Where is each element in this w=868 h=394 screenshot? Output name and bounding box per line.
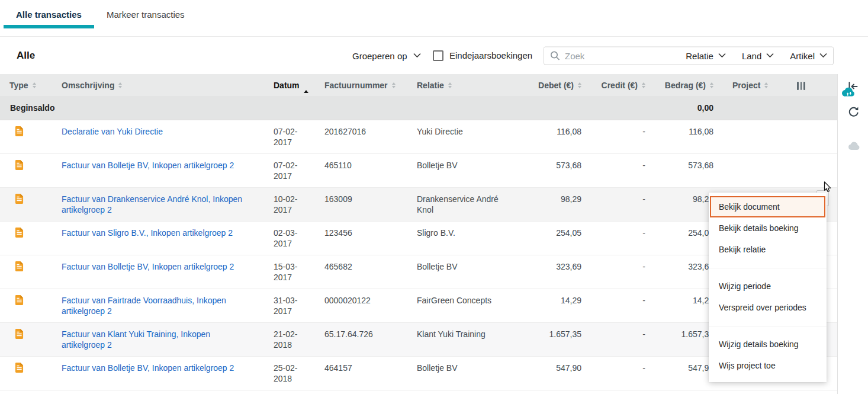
credit-cell: - xyxy=(591,188,655,222)
tab-label: Alle transacties xyxy=(16,9,82,20)
column-options-icon[interactable] xyxy=(797,82,805,90)
row-options-cell xyxy=(787,390,837,394)
filter-artikel-dropdown[interactable]: Artikel xyxy=(790,50,827,60)
column-header-datum[interactable]: Datum xyxy=(264,74,315,96)
debet-cell: 323,69 xyxy=(521,255,591,289)
document-icon[interactable] xyxy=(15,193,24,204)
type-cell xyxy=(0,255,52,289)
credit-cell: - xyxy=(591,120,655,154)
tab-markeer-transacties[interactable]: Markeer transacties xyxy=(94,0,197,28)
filter-bar: Alle Groeperen op Eindejaarsboekingen Re… xyxy=(0,37,868,74)
column-label: Project xyxy=(732,81,760,90)
menu-item-wijzig-details-boeking[interactable]: Wijzig details boeking xyxy=(709,334,827,355)
cloud-sync-button[interactable] xyxy=(846,141,860,153)
chevron-down-icon xyxy=(413,53,421,58)
type-cell xyxy=(0,289,52,323)
transaction-description-link[interactable]: Factuur van Bolletje BV, Inkopen artikel… xyxy=(62,262,234,271)
row-options-cell xyxy=(787,120,837,154)
menu-item-bekijk-relatie[interactable]: Bekijk relatie xyxy=(709,239,827,260)
year-end-checkbox[interactable] xyxy=(433,50,443,61)
transaction-description-link[interactable]: Declaratie van Yuki Directie xyxy=(62,127,163,136)
tab-bar: Alle transacties Markeer transacties xyxy=(0,0,868,28)
relation-cell: Drankenservice André Knol xyxy=(407,188,521,222)
document-icon[interactable] xyxy=(15,328,24,339)
chevron-down-icon xyxy=(718,53,726,58)
year-end-bookings-toggle[interactable]: Eindejaarsboekingen xyxy=(433,50,532,61)
invoice-number-cell: 123456 xyxy=(315,222,407,255)
transaction-row: Declaratie van Yuki Directie07-02-201720… xyxy=(0,120,837,154)
column-header-credit[interactable]: Credit (€) xyxy=(591,74,655,96)
description-cell: Factuur van Bolletje BV, Inkopen artikel… xyxy=(52,255,264,289)
beginsaldo-amount: 0,00 xyxy=(655,96,723,120)
column-label: Credit (€) xyxy=(602,81,638,90)
invoice-number-cell: 163009 xyxy=(315,188,407,222)
sort-icon xyxy=(642,82,645,88)
credit-cell: - xyxy=(591,323,655,357)
invoice-number-cell: 465110 xyxy=(315,154,407,188)
column-header-bedrag[interactable]: Bedrag (€) xyxy=(655,74,723,96)
relation-cell: Bolletje BV xyxy=(407,154,521,188)
column-label: Datum xyxy=(274,81,300,90)
column-header-debet[interactable]: Debet (€) xyxy=(521,74,591,96)
redo-button[interactable] xyxy=(847,105,859,118)
column-header-relatie[interactable]: Relatie xyxy=(407,74,521,96)
transaction-description-link[interactable]: Factuur van Bolletje BV, Inkopen artikel… xyxy=(62,161,234,170)
document-icon[interactable] xyxy=(15,159,24,171)
relation-cell: Bolletje BV xyxy=(407,390,521,394)
column-header-project[interactable]: Project xyxy=(723,74,787,96)
transaction-description-link[interactable]: Factuur van Bolletje BV, Inkopen artikel… xyxy=(62,363,234,373)
debet-cell: 116,08 xyxy=(521,120,591,154)
group-by-dropdown[interactable]: Groeperen op xyxy=(352,50,421,60)
menu-item-bekijk-document[interactable]: Bekijk document xyxy=(710,196,825,217)
column-label: Type xyxy=(9,81,28,90)
description-cell: Factuur van Drankenservice André Knol, I… xyxy=(52,188,264,222)
right-toolbar-rail xyxy=(837,74,868,394)
search-input[interactable] xyxy=(565,50,670,60)
menu-group: Wijzig periodeVerspreid over periodes xyxy=(709,268,827,321)
transaction-description-link[interactable]: Factuur van Fairtrade Voorraadhuis, Inko… xyxy=(62,296,226,316)
description-cell: Factuur van Sligro B.V., Inkopen artikel… xyxy=(52,222,264,255)
document-icon[interactable] xyxy=(15,126,24,137)
date-cell: 02-03-2017 xyxy=(264,222,315,255)
tab-alle-transacties[interactable]: Alle transacties xyxy=(4,0,94,28)
tab-label: Markeer transacties xyxy=(107,9,185,20)
column-header-options[interactable] xyxy=(787,74,837,96)
project-cell xyxy=(723,120,787,154)
menu-item-wijzig-periode[interactable]: Wijzig periode xyxy=(709,276,827,297)
type-cell xyxy=(0,120,52,154)
filter-relatie-dropdown[interactable]: Relatie xyxy=(686,50,726,60)
table-header-row: TypeOmschrijvingDatumFactuurnummerRelati… xyxy=(0,74,837,96)
active-tab-underline xyxy=(4,25,94,28)
date-cell: 07-02-2017 xyxy=(264,154,315,188)
transaction-description-link[interactable]: Factuur van Drankenservice André Knol, I… xyxy=(62,194,242,214)
menu-group: Bekijk documentBekijk details boekingBek… xyxy=(709,194,827,262)
bedrag-cell: 573,68 xyxy=(655,154,723,188)
menu-item-wijs-project-toe[interactable]: Wijs project toe xyxy=(709,355,827,376)
column-header-omschrijving[interactable]: Omschrijving xyxy=(52,74,264,96)
document-icon[interactable] xyxy=(15,227,24,238)
document-icon[interactable] xyxy=(15,261,24,272)
export-download-button[interactable] xyxy=(840,87,856,100)
document-icon[interactable] xyxy=(15,294,24,306)
relation-cell: Sligro B.V. xyxy=(407,222,521,255)
date-cell: 13-03-2018 xyxy=(264,390,315,394)
chevron-down-icon xyxy=(819,53,827,58)
menu-item-bekijk-details-boeking[interactable]: Bekijk details boeking xyxy=(709,217,827,239)
type-cell xyxy=(0,390,52,394)
invoice-number-cell: 201627016 xyxy=(315,120,407,154)
column-label: Factuurnummer xyxy=(324,81,388,90)
debet-cell: 573,68 xyxy=(521,154,591,188)
description-cell: Factuur van Bolletje BV, Inkopen artikel… xyxy=(52,154,264,188)
sort-icon xyxy=(764,82,768,88)
column-header-type[interactable]: Type xyxy=(0,74,52,96)
filter-land-dropdown[interactable]: Land xyxy=(742,50,774,60)
relation-cell: Klant Yuki Training xyxy=(407,323,521,357)
transaction-description-link[interactable]: Factuur van Klant Yuki Training, Inkopen… xyxy=(62,329,210,350)
column-header-factuurnummer[interactable]: Factuurnummer xyxy=(315,74,407,96)
menu-item-verspreid-over-periodes[interactable]: Verspreid over periodes xyxy=(709,297,827,318)
description-cell: Factuur van Bolletje BV, Inkopen artikel… xyxy=(52,357,264,390)
search-icon xyxy=(550,50,560,60)
document-icon[interactable] xyxy=(15,362,24,373)
year-end-label: Eindejaarsboekingen xyxy=(449,50,532,60)
transaction-description-link[interactable]: Factuur van Sligro B.V., Inkopen artikel… xyxy=(62,228,233,238)
